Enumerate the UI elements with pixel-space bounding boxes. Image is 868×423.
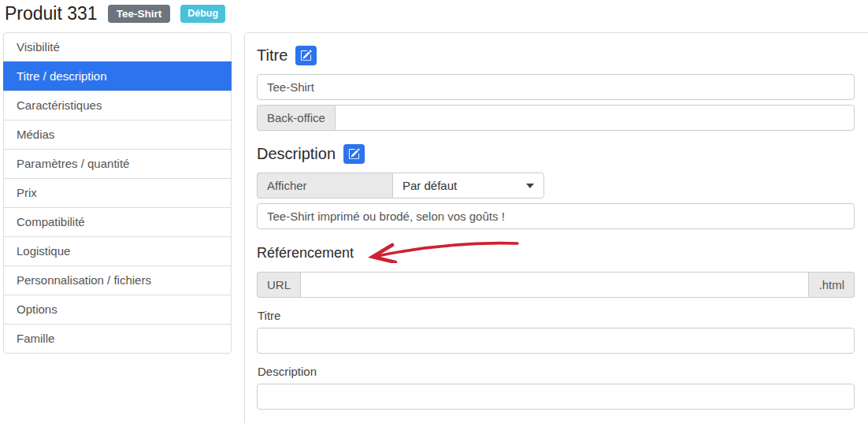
main-panel: Titre Back-office Description <box>244 32 868 423</box>
url-addon-label: URL <box>257 272 300 298</box>
sidebar-item-caracteristiques[interactable]: Caractéristiques <box>3 91 232 121</box>
titre-section-heading: Titre <box>257 46 287 65</box>
sidebar-item-prix[interactable]: Prix <box>3 178 232 208</box>
afficher-addon-label: Afficher <box>257 173 392 199</box>
red-arrow-annotation <box>363 239 521 263</box>
display-mode-row: Afficher Par défaut <box>257 173 855 199</box>
sidebar-nav: Visibilité Titre / description Caractéri… <box>3 32 232 354</box>
url-input[interactable] <box>300 272 809 298</box>
referencement-section-heading: Référencement <box>257 245 354 262</box>
seo-description-row <box>257 384 855 410</box>
sidebar-item-logistique[interactable]: Logistique <box>3 236 232 266</box>
sidebar-item-personnalisation-fichiers[interactable]: Personnalisation / fichiers <box>3 265 232 295</box>
content-layout: Visibilité Titre / description Caractéri… <box>0 32 868 423</box>
backoffice-title-input[interactable] <box>335 105 855 131</box>
product-description-input[interactable] <box>257 203 855 229</box>
page-title: Produit 331 <box>5 3 98 24</box>
product-title-input[interactable] <box>257 74 855 100</box>
product-title-row <box>257 74 855 100</box>
product-description-row <box>257 203 855 229</box>
display-mode-selected-value: Par défaut <box>402 179 457 192</box>
referencement-section-header: Référencement <box>257 243 855 263</box>
url-suffix-label: .html <box>809 272 855 298</box>
sidebar-item-parametres-quantite[interactable]: Paramètres / quantité <box>3 149 232 179</box>
edit-description-button[interactable] <box>343 144 365 164</box>
sidebar-item-medias[interactable]: Médias <box>3 120 232 150</box>
caret-down-icon <box>526 184 534 188</box>
edit-titre-button[interactable] <box>295 46 317 65</box>
debug-badge: Débug <box>180 5 225 23</box>
seo-titre-input[interactable] <box>257 328 855 354</box>
sidebar-item-compatibilite[interactable]: Compatibilité <box>3 207 232 237</box>
seo-description-label: Description <box>258 365 855 378</box>
description-section-heading: Description <box>257 145 336 163</box>
sidebar-item-titre-description[interactable]: Titre / description <box>3 61 232 91</box>
product-edit-page: Produit 331 Tee-Shirt Débug Visibilité T… <box>0 0 868 423</box>
display-mode-select[interactable]: Par défaut <box>392 173 544 199</box>
backoffice-addon-label: Back-office <box>257 105 335 131</box>
description-section-header: Description <box>257 144 855 164</box>
sidebar-item-famille[interactable]: Famille <box>3 324 232 354</box>
titre-section-header: Titre <box>257 46 855 65</box>
seo-titre-row <box>257 328 855 354</box>
sidebar-item-visibilite[interactable]: Visibilité <box>3 32 232 62</box>
sidebar-item-options[interactable]: Options <box>3 295 232 325</box>
seo-description-input[interactable] <box>257 384 855 410</box>
backoffice-title-row: Back-office <box>257 105 855 131</box>
pencil-square-icon <box>348 148 360 160</box>
page-header: Produit 331 Tee-Shirt Débug <box>0 0 868 32</box>
product-type-badge: Tee-Shirt <box>108 5 171 24</box>
pencil-square-icon <box>300 50 312 61</box>
url-row: URL .html <box>257 272 855 298</box>
seo-titre-label: Titre <box>258 309 855 322</box>
